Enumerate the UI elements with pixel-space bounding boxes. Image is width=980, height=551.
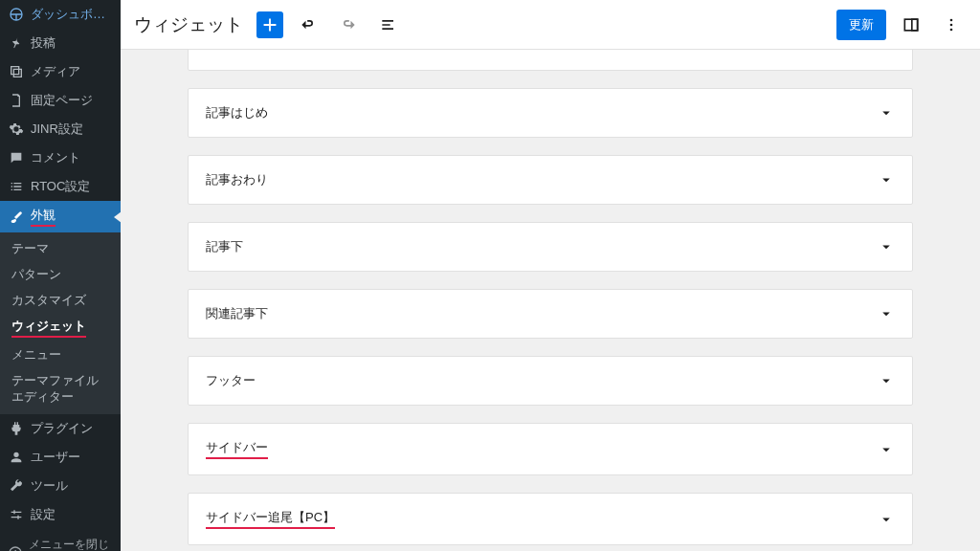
sidebar-item-posts[interactable]: 投稿 [0, 29, 121, 57]
comment-icon [8, 149, 25, 166]
widget-area[interactable]: 関連記事下 [188, 289, 913, 339]
sidebar-item-users[interactable]: ユーザー [0, 443, 121, 472]
chevron-down-icon [878, 171, 895, 188]
main-area: ウィジェット 更新 記事はじめ 記事おわり 記事下 [121, 0, 980, 551]
media-icon [8, 63, 25, 80]
sidebar-item-comments[interactable]: コメント [0, 143, 121, 172]
list-icon [8, 178, 25, 195]
user-icon [8, 449, 25, 466]
chevron-down-icon [878, 238, 895, 255]
sidebar-item-label: ツール [31, 477, 68, 495]
dashboard-icon [8, 6, 25, 23]
widget-area[interactable]: サイドバー [188, 423, 913, 475]
subnav-patterns[interactable]: パターン [0, 262, 121, 288]
list-view-button[interactable] [373, 10, 404, 40]
redo-button[interactable] [333, 10, 364, 40]
collapse-icon [8, 544, 23, 551]
subnav-customize[interactable]: カスタマイズ [0, 288, 121, 314]
admin-sidebar: ダッシュボード 投稿 メディア 固定ページ JINR設定 コメント RTOC設定 [0, 0, 121, 551]
widget-area-label: 関連記事下 [206, 305, 878, 322]
widget-area[interactable]: 記事おわり [188, 155, 913, 205]
chevron-down-icon [878, 511, 895, 528]
collapse-label: メニューを閉じる [29, 537, 113, 551]
sidebar-item-label: JINR設定 [31, 121, 83, 138]
tools-icon [8, 477, 25, 495]
sidebar-item-appearance[interactable]: 外観 [0, 201, 121, 232]
sidebar-item-settings[interactable]: 設定 [0, 500, 121, 529]
sidebar-item-label: 設定 [31, 506, 56, 523]
page-icon [8, 92, 25, 109]
widget-area[interactable]: サイドバー追尾【PC】 [188, 493, 913, 545]
settings-icon [8, 506, 25, 523]
sidebar-item-rtoc[interactable]: RTOC設定 [0, 172, 121, 201]
sidebar-item-label: 投稿 [31, 34, 56, 52]
sidebar-item-label: プラグイン [31, 420, 93, 437]
sidebar-item-plugins[interactable]: プラグイン [0, 414, 121, 443]
page-title: ウィジェット [134, 12, 243, 37]
add-block-button[interactable] [256, 11, 283, 38]
gear-icon [8, 121, 25, 138]
chevron-down-icon [878, 104, 895, 121]
sidebar-item-pages[interactable]: 固定ページ [0, 86, 121, 115]
brush-icon [8, 209, 25, 226]
more-options-button[interactable] [936, 10, 967, 40]
sidebar-item-label: RTOC設定 [31, 178, 90, 195]
widget-area-label: サイドバー追尾【PC】 [206, 509, 878, 529]
sidebar-item-jinr[interactable]: JINR設定 [0, 115, 121, 143]
widget-area[interactable]: 記事下 [188, 222, 913, 272]
chevron-down-icon [878, 441, 895, 458]
sidebar-item-label: コメント [31, 149, 80, 166]
sidebar-item-label: ユーザー [31, 449, 80, 466]
plugin-icon [8, 420, 25, 437]
widget-area[interactable] [188, 50, 913, 71]
widget-areas-content: 記事はじめ 記事おわり 記事下 関連記事下 フッター サイドバー [121, 50, 980, 551]
undo-button[interactable] [293, 10, 323, 40]
widget-area-label: 記事はじめ [206, 104, 878, 121]
widget-area[interactable]: 記事はじめ [188, 88, 913, 138]
sidebar-item-label: メディア [31, 63, 80, 80]
widget-area-label: 記事下 [206, 238, 878, 255]
collapse-menu[interactable]: メニューを閉じる [0, 529, 121, 551]
subnav-theme-editor[interactable]: テーマファイルエディター [0, 368, 121, 410]
widget-area-label: フッター [206, 372, 878, 389]
svg-point-4 [950, 23, 953, 26]
appearance-submenu: テーマ パターン カスタマイズ ウィジェット メニュー テーマファイルエディター [0, 232, 121, 414]
sidebar-toggle-button[interactable] [896, 10, 926, 40]
svg-point-5 [950, 28, 953, 31]
subnav-widgets[interactable]: ウィジェット [0, 314, 121, 342]
sidebar-item-dashboard[interactable]: ダッシュボード [0, 0, 121, 29]
widget-area-label: サイドバー [206, 439, 878, 459]
sidebar-item-media[interactable]: メディア [0, 57, 121, 86]
sidebar-item-tools[interactable]: ツール [0, 472, 121, 500]
widget-area[interactable]: フッター [188, 356, 913, 406]
pin-icon [8, 34, 25, 52]
svg-point-3 [950, 18, 953, 21]
sidebar-item-label: 固定ページ [31, 92, 93, 109]
subnav-themes[interactable]: テーマ [0, 236, 121, 262]
subnav-menus[interactable]: メニュー [0, 342, 121, 368]
svg-rect-2 [912, 19, 918, 31]
update-button[interactable]: 更新 [836, 10, 886, 40]
chevron-down-icon [878, 372, 895, 389]
chevron-down-icon [878, 305, 895, 322]
sidebar-item-label: ダッシュボード [31, 6, 113, 23]
sidebar-item-label: 外観 [31, 207, 56, 227]
widget-area-label: 記事おわり [206, 171, 878, 188]
editor-topbar: ウィジェット 更新 [121, 0, 980, 50]
